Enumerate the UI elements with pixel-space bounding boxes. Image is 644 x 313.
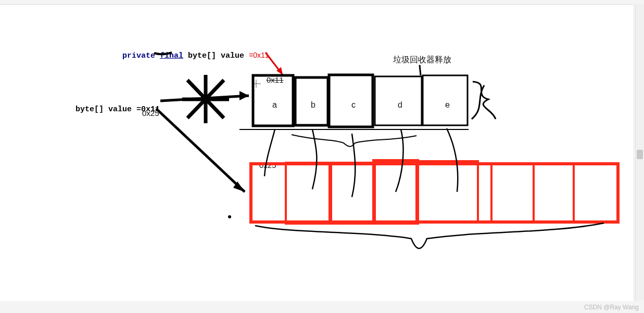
right-squiggle (472, 82, 496, 119)
black-array (239, 75, 469, 129)
svg-rect-16 (251, 164, 618, 222)
final-underline-scribble (154, 53, 172, 54)
watermark: CSDN @Ray Wang (584, 304, 639, 311)
scrollbar-thumb[interactable] (637, 150, 643, 159)
cross-out (182, 75, 229, 123)
svg-rect-17 (286, 163, 330, 224)
red-array (251, 161, 618, 224)
svg-rect-5 (375, 76, 422, 125)
vertical-scrollbar[interactable] (635, 4, 644, 301)
svg-line-14 (156, 109, 245, 192)
stray-dot (228, 215, 231, 218)
gc-pointer (420, 65, 421, 75)
diagram-canvas: private final byte[] value =0x11 byte[] … (0, 4, 633, 301)
svg-rect-4 (329, 75, 373, 127)
svg-rect-20 (416, 161, 478, 221)
bottom-brace (255, 223, 604, 249)
svg-rect-6 (423, 75, 468, 125)
svg-rect-3 (295, 77, 328, 125)
mid-brace (292, 135, 416, 147)
drawing-layer (0, 5, 633, 301)
arrow-to-red (156, 109, 245, 192)
svg-marker-9 (239, 91, 249, 100)
svg-rect-2 (253, 75, 293, 126)
